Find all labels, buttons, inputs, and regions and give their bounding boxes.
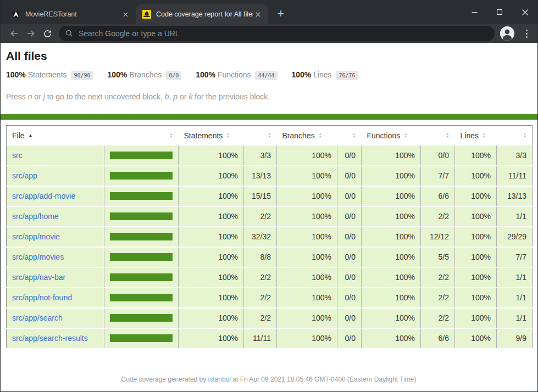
hint-text: to go to the next uncovered block, bbox=[45, 92, 165, 101]
branches-pct-cell: 100% bbox=[277, 227, 337, 247]
summary-label: Lines bbox=[313, 70, 331, 79]
angular-favicon-icon bbox=[12, 10, 20, 19]
file-link[interactable]: src/app bbox=[12, 171, 37, 180]
coverage-bar-track bbox=[110, 273, 173, 281]
statements-raw-cell: 2/2 bbox=[244, 308, 277, 328]
sorter-icon[interactable]: ▲▼ bbox=[170, 133, 173, 138]
col-header-lines-raw[interactable]: ▲▼ bbox=[497, 126, 533, 145]
branches-raw-cell: 0/0 bbox=[337, 145, 362, 166]
statements-pct-cell: 100% bbox=[179, 308, 244, 328]
browser-menu-icon[interactable] bbox=[520, 26, 533, 41]
address-bar[interactable]: Search Google or type a URL bbox=[59, 26, 495, 41]
tab-close-icon[interactable] bbox=[120, 9, 130, 19]
statements-pct-cell: 100% bbox=[179, 247, 244, 267]
branches-raw-cell: 0/0 bbox=[337, 267, 362, 288]
table-header-row: File▲ ▲▼ Statements▲▼ ▲▼ Branches▲▼ ▲▼ F… bbox=[7, 126, 533, 145]
file-link[interactable]: src/app/not-found bbox=[12, 293, 72, 302]
sorter-icon[interactable]: ▲▼ bbox=[226, 133, 230, 138]
lines-raw-cell: 13/13 bbox=[497, 186, 533, 206]
functions-raw-cell: 6/6 bbox=[421, 328, 455, 349]
minimize-button[interactable] bbox=[462, 0, 487, 24]
branches-pct-cell: 100% bbox=[277, 308, 337, 328]
statements-pct-cell: 100% bbox=[179, 186, 244, 206]
sorter-icon[interactable]: ▲▼ bbox=[482, 133, 486, 138]
functions-raw-cell: 2/2 bbox=[421, 206, 455, 227]
reload-icon[interactable] bbox=[39, 26, 56, 41]
file-link[interactable]: src/app/nav-bar bbox=[12, 273, 65, 282]
statements-raw-cell: 3/3 bbox=[244, 145, 277, 166]
branches-pct-cell: 100% bbox=[277, 288, 337, 308]
maximize-button[interactable] bbox=[487, 0, 512, 24]
sorter-icon[interactable]: ▲▼ bbox=[446, 133, 450, 138]
lines-raw-cell: 1/1 bbox=[497, 308, 533, 328]
coverage-bar-track bbox=[110, 212, 173, 220]
functions-pct-cell: 100% bbox=[362, 328, 421, 349]
chart-cell bbox=[104, 308, 179, 328]
sorter-icon[interactable]: ▲▼ bbox=[404, 133, 407, 138]
file-link[interactable]: src/app/home bbox=[12, 212, 59, 221]
statements-pct-cell: 100% bbox=[179, 166, 244, 186]
col-header-functions-raw[interactable]: ▲▼ bbox=[421, 126, 455, 145]
sorter-icon[interactable]: ▲▼ bbox=[353, 133, 356, 138]
functions-raw-cell: 0/0 bbox=[421, 145, 455, 166]
branches-pct-cell: 100% bbox=[277, 328, 337, 349]
back-button[interactable] bbox=[6, 26, 23, 41]
col-header-branches-raw[interactable]: ▲▼ bbox=[337, 126, 362, 145]
sorter-icon[interactable]: ▲▼ bbox=[319, 133, 322, 138]
file-link[interactable]: src/app/movies bbox=[12, 253, 64, 261]
sorter-icon[interactable]: ▲▼ bbox=[523, 133, 526, 138]
tab-coverage-report[interactable]: Code coverage report for All files bbox=[136, 4, 268, 24]
table-row: src/app/add-movie 100% 15/15 100% 0/0 10… bbox=[7, 186, 533, 206]
col-header-statements-raw[interactable]: ▲▼ bbox=[244, 126, 277, 145]
file-link[interactable]: src/app/add-movie bbox=[12, 192, 75, 200]
sorter-icon[interactable]: ▲▼ bbox=[268, 133, 271, 138]
coverage-bar bbox=[110, 334, 173, 342]
summary-lines: 100% Lines 76/76 bbox=[291, 70, 358, 79]
profile-avatar[interactable] bbox=[500, 26, 514, 41]
chart-cell bbox=[104, 227, 179, 247]
summary-pct: 100% bbox=[6, 70, 26, 79]
hint-text: for the previous block. bbox=[192, 92, 270, 101]
statements-pct-cell: 100% bbox=[179, 288, 244, 308]
tab-movierestorant[interactable]: MovieRESTorant bbox=[5, 4, 136, 24]
file-cell: src/app/search bbox=[7, 308, 104, 328]
col-header-functions[interactable]: Functions▲▼ bbox=[362, 126, 421, 145]
functions-raw-cell: 6/6 bbox=[421, 186, 455, 206]
lines-raw-cell: 29/29 bbox=[497, 227, 533, 247]
statements-pct-cell: 100% bbox=[179, 227, 244, 247]
col-header-chart[interactable]: ▲▼ bbox=[104, 126, 179, 145]
lines-raw-cell: 3/3 bbox=[497, 145, 533, 166]
col-header-statements[interactable]: Statements▲▼ bbox=[179, 126, 244, 145]
statements-pct-cell: 100% bbox=[179, 267, 244, 288]
coverage-report-page: All files 100% Statements 90/90 100% Bra… bbox=[1, 43, 537, 391]
browser-window: MovieRESTorant Code coverage report for … bbox=[0, 0, 538, 392]
table-row: src/app/search-results 100% 11/11 100% 0… bbox=[7, 328, 533, 349]
file-link[interactable]: src bbox=[12, 151, 23, 160]
istanbul-link[interactable]: istanbul bbox=[208, 376, 231, 383]
col-header-file[interactable]: File▲ bbox=[7, 126, 104, 145]
table-row: src/app/movies 100% 8/8 100% 0/0 100% 5/… bbox=[7, 247, 533, 267]
branches-raw-cell: 0/0 bbox=[337, 308, 362, 328]
tab-close-icon[interactable] bbox=[253, 9, 263, 19]
file-link[interactable]: src/app/search-results bbox=[12, 334, 88, 343]
col-header-lines[interactable]: Lines▲▼ bbox=[455, 126, 497, 145]
table-row: src/app/not-found 100% 2/2 100% 0/0 100%… bbox=[7, 288, 533, 308]
branches-raw-cell: 0/0 bbox=[337, 227, 362, 247]
search-icon bbox=[65, 30, 73, 37]
summary-pct: 100% bbox=[107, 70, 127, 79]
lines-pct-cell: 100% bbox=[455, 227, 497, 247]
hint-key: b bbox=[165, 92, 169, 101]
file-link[interactable]: src/app/movie bbox=[12, 232, 60, 241]
functions-raw-cell: 12/12 bbox=[421, 227, 455, 247]
summary-fraction: 44/44 bbox=[255, 71, 277, 80]
functions-pct-cell: 100% bbox=[362, 227, 421, 247]
file-link[interactable]: src/app/search bbox=[12, 313, 63, 322]
summary-pct: 100% bbox=[291, 70, 311, 79]
functions-raw-cell: 7/7 bbox=[421, 166, 455, 186]
coverage-bar-track bbox=[110, 172, 173, 180]
col-header-branches[interactable]: Branches▲▼ bbox=[277, 126, 337, 145]
forward-button[interactable] bbox=[23, 26, 39, 41]
table-row: src/app/home 100% 2/2 100% 0/0 100% 2/2 … bbox=[7, 206, 533, 227]
close-button[interactable] bbox=[512, 0, 537, 24]
new-tab-button[interactable]: + bbox=[273, 5, 289, 22]
